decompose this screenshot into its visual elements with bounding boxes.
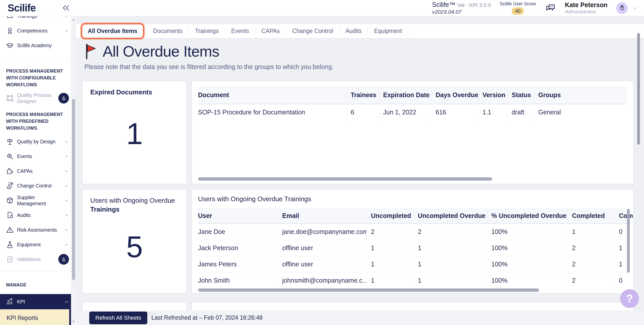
sidebar-item-capas[interactable]: CAPAs <box>0 164 71 178</box>
workflow-icon <box>6 94 14 102</box>
column-header-user: User <box>198 208 278 223</box>
sidebar-item-label: Competences <box>17 28 63 34</box>
sidebar-item-quality-by-design[interactable]: Quality by Design <box>0 134 71 149</box>
sidebar-scroll-down-icon[interactable]: ▼ <box>71 320 76 323</box>
sidebar: TrainingsCompetencesScilife AcademyPROCE… <box>0 16 76 325</box>
sidebar-item-change-control[interactable]: Change Control <box>0 178 71 193</box>
user-info[interactable]: Kate Peterson Administrator <box>565 1 607 15</box>
sidebar-scroll-up-icon[interactable]: ▲ <box>71 18 76 21</box>
refresh-all-sheets-button[interactable]: Refresh All Sheets <box>89 312 147 324</box>
user-name: Kate Peterson <box>565 1 607 9</box>
scroll-icon <box>6 182 14 190</box>
sidebar-item-audits[interactable]: Audits <box>0 208 71 223</box>
sidebar-item-risk-assessments[interactable]: Risk Assessments <box>0 223 71 237</box>
chevron-down-icon <box>64 228 69 232</box>
last-refreshed-text: Last Refreshed at – Feb 07, 2024 16:26:4… <box>151 314 263 321</box>
sidebar-scrollbar[interactable]: ▲ ▼ <box>71 16 76 325</box>
puzzle-icon <box>6 167 14 175</box>
sidebar-item-label: Risk Assessments <box>17 227 63 233</box>
flask-icon <box>6 241 14 248</box>
table-cell: 1 <box>414 256 487 272</box>
sidebar-subitem-kpi-reports[interactable]: KPI Reports <box>0 309 71 325</box>
table-cell: James Peters <box>198 256 278 272</box>
chevron-down-icon <box>632 7 637 11</box>
table-cell: 100% <box>487 272 568 288</box>
sidebar-section-label: PROCESS MANAGEMENT WITH PREDEFINED WORKF… <box>0 106 71 134</box>
sidebar-item-competences[interactable]: Competences <box>0 23 71 38</box>
product-edition: Val - KPI 3.0.0 <box>457 2 491 8</box>
table-cell: 2 <box>568 240 615 256</box>
stat-title-regular: Users with Ongoing Overdue <box>90 197 175 204</box>
chevron-down-icon <box>64 198 69 203</box>
column-header-groups: Groups <box>534 86 627 104</box>
table-cell: offline user <box>278 256 367 272</box>
sidebar-item-label: Audits <box>17 212 63 218</box>
table-cell: 1 <box>367 272 414 288</box>
avatar[interactable] <box>616 2 628 14</box>
tab-all-overdue-items[interactable]: All Overdue Items <box>82 24 143 38</box>
sidebar-item-equipment[interactable]: Equipment <box>0 237 71 252</box>
stat-card-expired-documents: Expired Documents 1 <box>82 81 187 184</box>
bar-chart-icon <box>6 298 14 305</box>
table-cell: draft <box>507 104 534 120</box>
product-name: Scilife™ <box>432 1 455 8</box>
product-info: Scilife™ Val - KPI 3.0.0 v2023.04.07 <box>432 1 491 15</box>
help-button[interactable]: ? <box>620 289 639 308</box>
sidebar-item-label: KPI <box>17 299 63 305</box>
tab-audits[interactable]: Audits <box>339 28 368 35</box>
sidebar-item-trainings[interactable]: Trainings <box>0 16 71 23</box>
chevron-down-icon <box>64 28 69 33</box>
table-header: UserEmailUncompletedUncompleted Overdue%… <box>198 208 627 224</box>
main-scrollbar-thumb[interactable] <box>637 33 640 145</box>
sidebar-item-quality-process-designer[interactable]: Quality Process Designer <box>0 91 71 106</box>
chevron-down-icon <box>64 183 69 188</box>
sidebar-item-kpi[interactable]: KPI <box>0 294 71 309</box>
chat-icon[interactable] <box>545 2 556 14</box>
horizontal-scrollbar-thumb[interactable] <box>198 177 492 181</box>
sidebar-divider <box>0 57 71 58</box>
refresh-bar: Refresh All Sheets Last Refreshed at – F… <box>76 311 644 325</box>
tab-change-control[interactable]: Change Control <box>286 28 339 35</box>
column-header-uncompleted: Uncompleted <box>367 208 414 223</box>
sidebar-collapse-button[interactable] <box>60 3 71 13</box>
box-icon <box>6 197 14 204</box>
table-cell: 2 <box>568 256 615 272</box>
competences-icon <box>6 27 14 35</box>
horizontal-scrollbar-thumb[interactable] <box>198 288 539 292</box>
tab-events[interactable]: Events <box>225 28 255 35</box>
user-score-badge: 40 <box>512 7 524 15</box>
user-menu-chevron-icon[interactable] <box>632 6 637 11</box>
signpost-icon <box>6 138 14 145</box>
sidebar-item-events[interactable]: Events <box>0 149 71 164</box>
sidebar-item-label: Equipment <box>17 242 63 248</box>
table-cell: 100% <box>487 256 568 272</box>
table-cell: 2 <box>568 272 615 288</box>
table-header: DocumentTraineesExpiration DateDays Over… <box>198 86 627 104</box>
sidebar-item-supplier-management[interactable]: Supplier Management <box>0 193 71 208</box>
tab-documents[interactable]: Documents <box>147 28 189 35</box>
column-header-days-overdue: Days Overdue <box>431 86 478 104</box>
vertical-scrollbar-thumb[interactable] <box>627 209 630 273</box>
table-row: SOP-15 Procedure for Documentation6Jun 1… <box>198 104 627 120</box>
column-header-expiration-date: Expiration Date <box>379 86 431 104</box>
column-header-document: Document <box>198 86 346 104</box>
tab-equipment[interactable]: Equipment <box>368 28 408 35</box>
chevron-down-icon <box>64 242 69 247</box>
chevron-down-icon <box>64 139 69 144</box>
doc-search-icon <box>6 211 14 219</box>
stat-count: 1 <box>90 97 179 177</box>
sidebar-scrollbar-thumb[interactable] <box>72 99 75 280</box>
column-header-comple: Comple <box>615 208 634 223</box>
sidebar-item-validations[interactable]: Validations <box>0 252 71 267</box>
sidebar-item-label: Trainings <box>17 16 63 19</box>
clipboard-check-icon <box>6 255 14 263</box>
table-cell: 0 <box>615 272 634 288</box>
column-header-trainees: Trainees <box>346 86 379 104</box>
sidebar-section-label: PROCESS MANAGEMENT WITH CONFIGURABLE WOR… <box>0 62 71 91</box>
user-role: Administrator <box>565 9 607 15</box>
tab-capas[interactable]: CAPAs <box>255 28 286 35</box>
sidebar-item-scilife-academy[interactable]: Scilife Academy <box>0 38 71 53</box>
tab-trainings[interactable]: Trainings <box>189 28 225 35</box>
user-score-label: Scilife User Score <box>500 1 536 7</box>
sidebar-item-label: Scilife Academy <box>17 42 69 48</box>
